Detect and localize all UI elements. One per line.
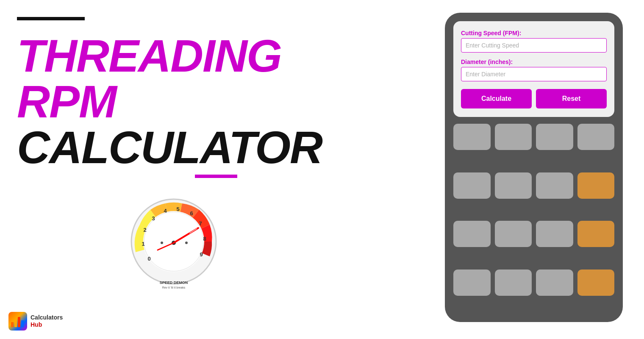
svg-text:Rev it 'til it breaks: Rev it 'til it breaks <box>162 286 186 289</box>
svg-text:8: 8 <box>203 236 206 242</box>
purple-decorative-bar <box>195 175 237 178</box>
reset-button[interactable]: Reset <box>536 89 607 108</box>
svg-text:2: 2 <box>143 227 146 233</box>
cutting-speed-input[interactable] <box>461 38 607 53</box>
logo-container: Calculators Hub <box>8 312 63 331</box>
logo-text-hub: Hub <box>31 321 63 328</box>
cutting-speed-label: Cutting Speed (FPM): <box>461 30 607 36</box>
key-2[interactable] <box>495 124 532 150</box>
left-section: THREADING RPM CALCULATOR <box>17 17 335 178</box>
key-3[interactable] <box>536 124 573 150</box>
logo-text-calculators: Calculators <box>31 314 63 321</box>
key-8[interactable] <box>577 172 615 199</box>
svg-text:3: 3 <box>152 215 155 222</box>
key-5[interactable] <box>453 172 491 199</box>
svg-rect-21 <box>11 322 14 327</box>
svg-rect-23 <box>18 317 20 327</box>
speedometer-container: 0 1 2 3 4 5 6 7 8 9 SPEED DEMON Rev it '… <box>127 195 225 292</box>
key-15[interactable] <box>536 270 573 296</box>
svg-rect-22 <box>14 320 17 327</box>
svg-text:9: 9 <box>200 251 203 258</box>
key-10[interactable] <box>495 221 532 247</box>
title-line2: CALCULATOR <box>17 125 335 170</box>
svg-text:SPEED DEMON: SPEED DEMON <box>160 281 188 285</box>
svg-point-13 <box>161 242 163 244</box>
key-13[interactable] <box>453 270 491 296</box>
svg-text:5: 5 <box>176 206 179 212</box>
title-line1: THREADING RPM <box>17 33 335 125</box>
svg-text:0: 0 <box>147 256 150 262</box>
key-4[interactable] <box>577 124 615 150</box>
key-16[interactable] <box>577 270 615 296</box>
svg-text:1: 1 <box>142 241 144 247</box>
svg-rect-24 <box>21 320 24 327</box>
svg-text:4: 4 <box>164 208 167 214</box>
key-11[interactable] <box>536 221 573 247</box>
key-14[interactable] <box>495 270 532 296</box>
svg-text:7: 7 <box>199 220 202 227</box>
logo-text-container: Calculators Hub <box>31 314 63 328</box>
key-1[interactable] <box>453 124 491 150</box>
svg-text:6: 6 <box>190 210 193 217</box>
action-buttons-row: Calculate Reset <box>461 89 607 108</box>
logo-icon <box>8 312 27 331</box>
key-12[interactable] <box>577 221 615 247</box>
diameter-input[interactable] <box>461 67 607 81</box>
diameter-label: Diameter (inches): <box>461 58 607 65</box>
key-6[interactable] <box>495 172 532 199</box>
speedometer-svg: 0 1 2 3 4 5 6 7 8 9 SPEED DEMON Rev it '… <box>127 195 220 297</box>
keypad <box>453 124 614 314</box>
svg-point-14 <box>185 242 188 244</box>
key-9[interactable] <box>453 221 491 247</box>
calculate-button[interactable]: Calculate <box>461 89 532 108</box>
calculator-screen: Cutting Speed (FPM): Diameter (inches): … <box>453 21 614 117</box>
key-7[interactable] <box>536 172 573 199</box>
calculator-device: Cutting Speed (FPM): Diameter (inches): … <box>445 13 623 322</box>
top-decorative-bar <box>17 17 85 20</box>
